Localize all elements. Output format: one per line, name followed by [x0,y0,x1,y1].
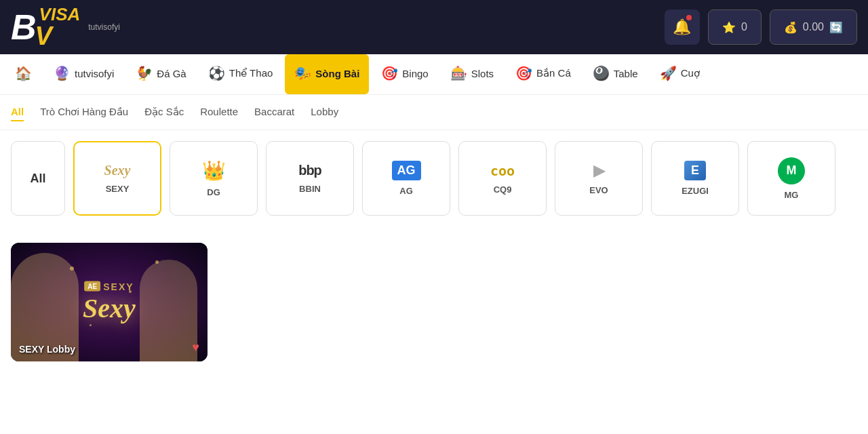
evo-logo: ▶ [593,162,605,180]
game-card-label: SEXY Lobby [19,344,75,355]
figure-right [140,260,197,361]
bingo-icon: 🎯 [381,65,398,81]
logo-tagline: tutvisofyi [88,22,120,32]
nav-table-label: Table [614,68,638,79]
ae-sexy-text: SEXY [103,281,134,292]
nav-thethao-label: Thể Thao [229,67,273,79]
dg-logo: 👑 [202,159,226,182]
nav-item-banca[interactable]: 🎯 Bắn Cá [506,54,580,94]
sexy-label: SEXY [106,184,130,194]
nav-item-bingo[interactable]: 🎯 Bingo [372,54,437,94]
table-icon: 🎱 [593,65,610,81]
provider-section: All Sexy SEXY 👑 DG bbp BBIN AG AG coo CQ… [0,130,868,232]
nav-cuoc-label: Cuợ [681,67,700,79]
sparkle-4 [90,324,92,326]
ae-brand: AE SEXY [83,281,136,292]
nav-item-tuvi[interactable]: 🔮 tutvisofyi [44,54,123,94]
nav-item-songbai[interactable]: 🎭 Sòng Bài [285,54,369,94]
subnav-all[interactable]: All [11,103,24,121]
provider-card-mg[interactable]: M MG [747,141,835,216]
game-grid: AE SEXY Sexy SEXY Lobby ♥ [0,232,868,372]
nav-item-daga[interactable]: 🐓 Đá Gà [126,54,195,94]
provider-card-ag[interactable]: AG AG [362,141,450,216]
notification-dot [686,15,692,20]
logo-area: B VISA V tutvisofyi [11,5,120,49]
tuvi-icon: 🔮 [54,65,71,81]
mg-logo: M [778,157,805,184]
nav-banca-label: Bắn Cá [536,67,571,79]
banca-icon: 🎯 [515,65,532,81]
nav-item-home[interactable]: 🏠 [5,54,41,94]
nav-item-cuoc[interactable]: 🚀 Cuợ [650,54,709,94]
logo-visa-text: VISA [39,5,81,23]
logo-b-letter: B [11,9,37,45]
refresh-icon: 🔄 [829,21,843,34]
songbai-icon: 🎭 [294,65,311,81]
bbin-logo: bbp [298,163,321,178]
nav-songbai-label: Sòng Bài [315,68,359,79]
ae-badge: AE [84,281,100,292]
star-icon: ⭐ [722,21,736,34]
subnav-dacsac[interactable]: Đặc Sắc [144,103,184,122]
nav-item-slots[interactable]: 🎰 Slots [441,54,503,94]
bell-icon: 🔔 [673,18,691,36]
game-card-sexy-lobby[interactable]: AE SEXY Sexy SEXY Lobby ♥ [11,243,208,361]
notification-button[interactable]: 🔔 [665,9,700,45]
provider-card-bbin[interactable]: bbp BBIN [266,141,354,216]
nav-bingo-label: Bingo [402,68,428,79]
ag-logo: AG [392,161,421,180]
ag-label: AG [399,186,413,196]
subnav-roulette[interactable]: Roulette [200,103,238,121]
nav-slots-label: Slots [471,68,494,79]
logo-v-letter: V [35,23,81,49]
subnav-baccarat[interactable]: Baccarat [254,103,294,121]
nav-item-table[interactable]: 🎱 Table [583,54,648,94]
cq9-label: CQ9 [494,184,512,195]
stars-button[interactable]: ⭐ 0 [708,9,762,45]
provider-card-dg[interactable]: 👑 DG [170,141,258,216]
header-right: 🔔 ⭐ 0 💰 0.00 🔄 [665,9,857,45]
game-logo-overlay: AE SEXY Sexy [83,281,136,323]
dg-label: DG [207,187,220,197]
provider-card-evo[interactable]: ▶ EVO [555,141,643,216]
sexy-logo: Sexy [104,163,131,178]
provider-card-sexy[interactable]: Sexy SEXY [73,141,161,216]
ezugi-logo: E [684,161,706,180]
ezugi-label: EZUGI [682,186,709,196]
stars-count: 0 [741,21,747,33]
heart-icon: ♥ [192,340,199,355]
header: B VISA V tutvisofyi 🔔 ⭐ 0 💰 0.00 🔄 [0,0,868,54]
provider-card-cq9[interactable]: coo CQ9 [458,141,547,216]
evo-label: EVO [589,185,608,195]
nav-bar: 🏠 🔮 tutvisofyi 🐓 Đá Gà ⚽ Thể Thao 🎭 Sòng… [0,54,868,95]
sub-nav: All Trò Chơi Hàng Đầu Đặc Sắc Roulette B… [0,95,868,130]
daga-icon: 🐓 [136,65,153,81]
cuoc-icon: 🚀 [660,65,677,81]
nav-item-thethao[interactable]: ⚽ Thể Thao [199,54,283,94]
provider-card-ezugi[interactable]: E EZUGI [651,141,739,216]
thethao-icon: ⚽ [208,65,225,81]
mg-label: MG [785,190,799,200]
bbin-label: BBIN [299,184,321,194]
wallet-button[interactable]: 💰 0.00 🔄 [770,9,857,45]
cq9-logo: coo [490,163,515,179]
subnav-trochoihangdau[interactable]: Trò Chơi Hàng Đầu [40,103,128,122]
wallet-icon: 💰 [784,21,797,34]
provider-card-all[interactable]: All [11,141,65,216]
slots-icon: 🎰 [450,65,467,81]
wallet-amount: 0.00 [803,21,824,33]
subnav-lobby[interactable]: Lobby [311,103,338,121]
home-icon: 🏠 [15,65,32,81]
logo-box: B VISA V tutvisofyi [11,5,120,49]
sexy-game-text: Sexy [83,292,136,323]
all-label: All [30,172,45,186]
nav-daga-label: Đá Gà [157,68,186,79]
nav-tuvi-label: tutvisofyi [75,68,114,79]
provider-grid: All Sexy SEXY 👑 DG bbp BBIN AG AG coo CQ… [11,141,857,221]
